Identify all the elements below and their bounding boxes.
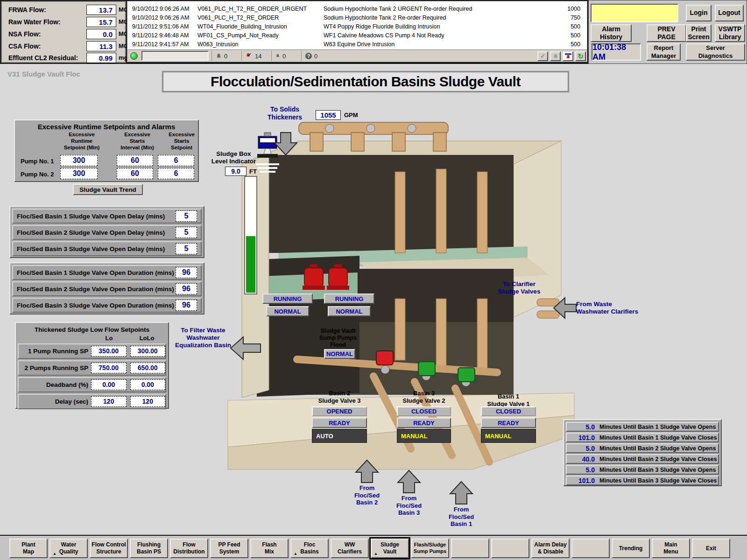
bottom-nav-bar: Plant Map Water Quality ▲ Flow Control S… [0,535,747,560]
basin2-valve-position-box[interactable]: OPENED [312,406,367,416]
basin2-valve-mode-box[interactable]: AUTO [312,429,367,443]
countdown-label: Minutes Until Basin 3 Sludge Valve Opens [599,467,716,473]
countdown-row: 5.0 Minutes Until Basin 2 Sludge Valve O… [566,443,719,453]
nav-marker: ▲ [53,552,56,556]
nav-trending[interactable]: Trending [612,539,650,558]
to-solids-label: To Solids Thickeners [252,105,317,121]
basin3-valve-ready-box[interactable]: READY [397,418,451,428]
level-value: 9.0 [225,167,247,176]
basin2-valve-ready-box[interactable]: READY [312,418,367,428]
nav-label-line1: Floc [304,541,316,548]
basin2-valve-actuator-icon[interactable] [376,351,393,365]
nav-flash-mix[interactable]: Flash Mix [250,539,289,558]
basin1-valve-position-box[interactable]: CLOSED [481,406,536,416]
nav-sludge-vault[interactable]: Sludge Vault ▲ [371,539,409,558]
basin1-valve-ready-box[interactable]: READY [481,418,536,428]
pump2-status-box[interactable]: RUNNING [324,294,374,304]
basin1-valve-name: Basin 1 Sludge Valve 1 [478,393,539,407]
nav-label-line1: Alarm Delay [534,541,566,548]
nav-label-line1: PP Feed [218,541,240,548]
nav-label-line2: & Disable [538,548,564,555]
nav-label-line1: Flash/Sludge [414,542,446,548]
nav-label-line2: Map [23,548,34,555]
nav-label-line1: Water [61,541,77,548]
countdown-row: 101.0 Minutes Until Basin 3 Sludge Valve… [566,476,719,485]
countdown-label: Minutes Until Basin 1 Sludge Valve Opens [599,424,716,430]
from-basin2-label: From Floc/Sed Basin 2 [344,484,390,506]
sludge-level-gauge [245,176,257,294]
nav-label-line1: Exit [706,545,716,552]
countdown-row: 40.0 Minutes Until Basin 2 Sludge Valve … [566,454,719,464]
nav-floc-basins[interactable]: Floc Basins ▲ [290,539,329,558]
nav-plant-map[interactable]: Plant Map [9,539,48,558]
from-basin3-arrow-up-icon [398,470,420,493]
nav-blank-button[interactable] [571,539,610,558]
nav-label-line2: Menu [663,548,678,555]
nav-label-line1: Trending [619,545,643,552]
nav-ww-clarifiers[interactable]: WW Clarifiers [331,539,369,558]
from-basin1-arrow-up-icon [450,482,472,504]
nav-blank-button[interactable] [491,539,529,558]
from-basin1-label: From Floc/Sed Basin 1 [438,506,485,528]
valve-countdown-panel: 5.0 Minutes Until Basin 1 Sludge Valve O… [563,419,722,486]
nav-label-line1: Flow Control [92,541,126,548]
countdown-row: 5.0 Minutes Until Basin 1 Sludge Valve O… [566,422,719,432]
countdown-value: 101.0 [567,477,599,484]
nav-label-line2: Vault [383,548,397,555]
nav-label-line2: Quality [59,548,78,555]
nav-flow-control-structure[interactable]: Flow Control Structure [90,539,128,558]
sludge-pump-2-icon[interactable] [327,264,349,290]
nav-flushing-basin-ps[interactable]: Flushing Basin PS [130,539,168,558]
basin3-valve-actuator-icon[interactable] [418,362,435,376]
nav-marker: ▲ [374,552,378,556]
from-basin3-label: From Floc/Sed Basin 3 [386,495,432,517]
nav-label-line1: Main [664,541,677,548]
nav-label-line1: Flushing [137,541,161,548]
nav-water-quality[interactable]: Water Quality ▲ [49,539,88,558]
countdown-row: 5.0 Minutes Until Basin 3 Sludge Valve O… [566,465,719,475]
nav-label-line2: Basins [300,548,318,555]
nav-marker: ▲ [294,552,297,556]
sludge-box-label: Sludge Box Level Indicator [204,150,263,165]
nav-alarm-delay-disable[interactable]: Alarm Delay & Disable [531,539,570,558]
countdown-value: 40.0 [567,455,599,463]
nav-main-menu[interactable]: Main Menu [652,539,690,558]
nav-flow-distribution[interactable]: Flow Distribution [170,539,208,558]
basin3-valve-name: Basin 3 Sludge Valve 2 [394,390,454,404]
nav-label-line2: Basin PS [137,548,161,555]
nav-exit[interactable]: Exit [692,539,730,558]
pump1-status-box[interactable]: RUNNING [262,294,313,304]
nav-label-line1: Plant [21,541,35,548]
level-unit: FT [249,168,257,175]
nav-pp-feed-system[interactable]: PP Feed System [210,539,248,558]
basin1-valve-actuator-icon[interactable] [458,368,475,382]
nav-label-line1: Flow [183,541,195,548]
pump1-alarm-box[interactable]: NORMAL [266,306,309,316]
to-clarifier-label: To Clarifier Sludge Valves [487,280,551,295]
nav-label-line1: WW [345,541,355,548]
countdown-label: Minutes Until Basin 1 Sludge Valve Close… [599,434,717,441]
nav-label-line2: Mix [265,548,274,555]
sump-pumps-flood-label: Sludge Vault Sump Pumps Flood [313,328,363,349]
solids-flow-unit: GPM [344,112,358,119]
to-filter-waste-label: To Filter Waste Washwater Equalization B… [171,327,235,350]
nav-label-line2: Clarifiers [338,548,362,555]
countdown-value: 101.0 [567,434,599,441]
from-waste-label: From Waste Washwater Clarifiers [576,301,651,315]
countdown-label: Minutes Until Basin 2 Sludge Valve Opens [599,445,716,452]
nav-blank-button[interactable] [451,539,489,558]
sludge-pump-1-icon[interactable] [303,264,325,290]
pump2-alarm-box[interactable]: NORMAL [328,306,371,316]
countdown-value: 5.0 [567,445,599,452]
sump-flood-status-box[interactable]: NORMAL [324,349,355,359]
countdown-value: 5.0 [567,466,599,474]
basin3-valve-mode-box[interactable]: MANUAL [397,429,451,443]
basin2-valve-name: Basin 2 Sludge Valve 3 [308,390,371,404]
basin1-valve-mode-box[interactable]: MANUAL [481,429,536,443]
nav-label-line2: Sump Pumps [414,548,446,555]
basin3-valve-position-box[interactable]: CLOSED [397,406,451,416]
solids-flow-value: 1055 [316,110,341,120]
nav-flash-sludge-sump-pumps[interactable]: Flash/Sludge Sump Pumps [411,539,449,558]
countdown-row: 101.0 Minutes Until Basin 1 Sludge Valve… [566,433,719,442]
countdown-value: 5.0 [567,423,599,431]
